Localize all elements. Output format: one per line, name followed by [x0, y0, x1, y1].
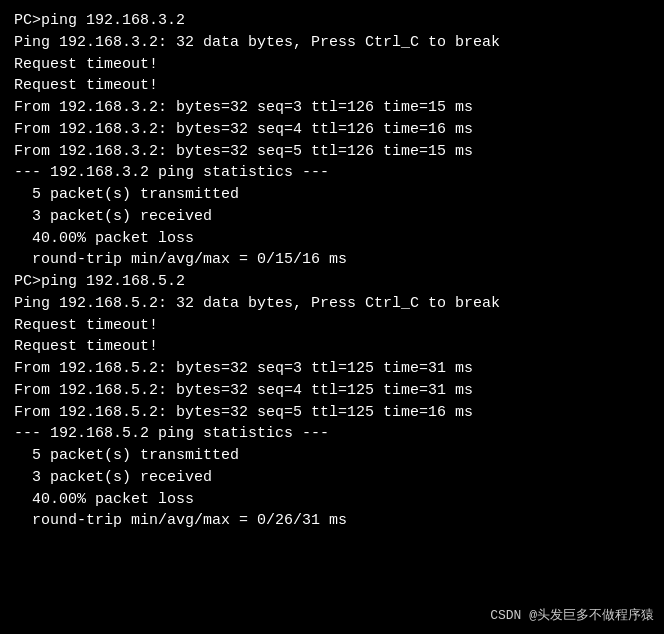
- terminal-line: 40.00% packet loss: [14, 228, 650, 250]
- terminal-line: Ping 192.168.5.2: 32 data bytes, Press C…: [14, 293, 650, 315]
- terminal-line: From 192.168.5.2: bytes=32 seq=5 ttl=125…: [14, 402, 650, 424]
- watermark: CSDN @头发巨多不做程序猿: [490, 607, 654, 626]
- terminal-line: 40.00% packet loss: [14, 489, 650, 511]
- terminal-line: PC>ping 192.168.3.2: [14, 10, 650, 32]
- terminal-line: 3 packet(s) received: [14, 206, 650, 228]
- terminal-line: From 192.168.3.2: bytes=32 seq=4 ttl=126…: [14, 119, 650, 141]
- terminal-line: Ping 192.168.3.2: 32 data bytes, Press C…: [14, 32, 650, 54]
- terminal-line: --- 192.168.3.2 ping statistics ---: [14, 162, 650, 184]
- terminal-line: From 192.168.3.2: bytes=32 seq=5 ttl=126…: [14, 141, 650, 163]
- terminal-line: 3 packet(s) received: [14, 467, 650, 489]
- terminal-line: 5 packet(s) transmitted: [14, 445, 650, 467]
- terminal-line: Request timeout!: [14, 336, 650, 358]
- terminal-line: From 192.168.5.2: bytes=32 seq=3 ttl=125…: [14, 358, 650, 380]
- terminal-line: PC>ping 192.168.5.2: [14, 271, 650, 293]
- terminal-line: round-trip min/avg/max = 0/15/16 ms: [14, 249, 650, 271]
- terminal-line: Request timeout!: [14, 75, 650, 97]
- terminal-line: Request timeout!: [14, 315, 650, 337]
- terminal-line: 5 packet(s) transmitted: [14, 184, 650, 206]
- terminal-line: From 192.168.5.2: bytes=32 seq=4 ttl=125…: [14, 380, 650, 402]
- terminal-line: From 192.168.3.2: bytes=32 seq=3 ttl=126…: [14, 97, 650, 119]
- terminal-line: round-trip min/avg/max = 0/26/31 ms: [14, 510, 650, 532]
- terminal-window: PC>ping 192.168.3.2Ping 192.168.3.2: 32 …: [0, 0, 664, 634]
- terminal-line: --- 192.168.5.2 ping statistics ---: [14, 423, 650, 445]
- terminal-line: Request timeout!: [14, 54, 650, 76]
- terminal-output: PC>ping 192.168.3.2Ping 192.168.3.2: 32 …: [14, 10, 650, 532]
